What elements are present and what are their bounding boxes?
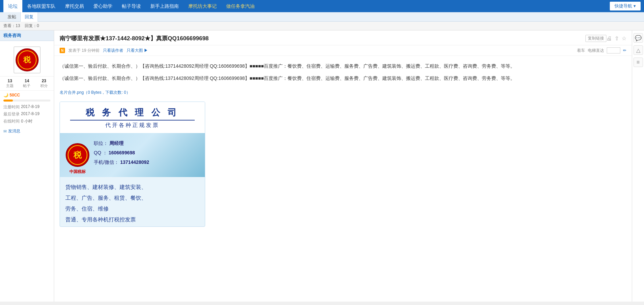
sub-navigation: 发帖 回复 (0, 12, 644, 22)
stats-bar: 查看：13 回复：0 (0, 22, 644, 30)
message-icon: ✉ (3, 129, 7, 134)
query-label: 查看： (3, 23, 16, 28)
post-meta-bar: N 发表于 19 分钟前 只看该作者 只看大图 ▶ 着车 电梯直达 ✏ (54, 45, 632, 56)
nav-item-charity[interactable]: 爱心助学 (89, 0, 117, 12)
post-title-bar: 南宁哪里有发票★137-1442-8092★】真票QQ1606699698 复制… (54, 30, 632, 45)
elevator-label: 电梯直达 (588, 48, 604, 53)
ad-underline (70, 120, 195, 121)
sub-tab-post[interactable]: 发帖 (3, 12, 21, 22)
stat-topics: 13 主题 (6, 79, 14, 88)
qq-row: QQ ： 1606699698 (94, 148, 149, 157)
comment-panel-btn[interactable]: 💬 (634, 33, 643, 43)
nav-item-trade[interactable]: 摩托交易 (60, 0, 89, 12)
ad-footer-line-1: 货物销售、建材装修、建筑安装、 (65, 182, 199, 193)
sidebar-title: 税务咨询 (0, 30, 54, 41)
reply-label: 回复： (25, 23, 37, 28)
ad-footer-line-2: 工程、广告、服务、租赁、餐饮、 (65, 193, 199, 203)
ad-company-title: 税 务 代 理 公 司 (63, 107, 201, 118)
user-avatar[interactable]: 税 (14, 46, 41, 73)
content-paragraph-1: （诚信第一、验后付款、长期合作、）【咨询热线:13714428092周经理 QQ… (60, 61, 626, 71)
level-label: 50CC (9, 93, 20, 97)
level-dot: 🌙 (3, 93, 8, 97)
edit-icon[interactable]: ✏ (623, 48, 626, 53)
content-area: 南宁哪里有发票★137-1442-8092★】真票QQ1606699698 复制… (54, 30, 632, 302)
send-message-button[interactable]: ✉ 发消息 (0, 126, 54, 136)
menu-panel-btn[interactable]: ≡ (634, 58, 643, 67)
phone-row: 手机/微信： 13714428092 (94, 157, 149, 167)
user-stats: 13 主题 14 帖子 23 积分 (0, 76, 54, 91)
sidebar: 税务咨询 税 13 主题 14 帖子 23 (0, 30, 54, 302)
svg-text:税: 税 (23, 56, 31, 64)
post-time: 发表于 19 分钟前 (68, 48, 100, 53)
main-layout: 税务咨询 税 13 主题 14 帖子 23 (0, 30, 644, 302)
post-meta-left: N 发表于 19 分钟前 只看该作者 只看大图 ▶ (60, 48, 148, 53)
user-info-rows: 注册时间 2017-8-19 最后登录 2017-8-19 在线时间 0 小时 (0, 102, 54, 126)
sub-tab-reply[interactable]: 回复 (21, 12, 38, 22)
reply-count: 0 (37, 23, 39, 28)
location-label: 着车 (577, 48, 585, 53)
copy-link-button[interactable]: 复制链接 (585, 35, 606, 42)
share-icon[interactable]: ⇧ (615, 35, 619, 42)
ad-card: 税 务 代 理 公 司 代开各种正规发票 税 中国税标 职位： (60, 102, 205, 227)
print-icon[interactable]: 🖨 (606, 36, 612, 42)
post-meta-right: 着车 电梯直达 ✏ (577, 47, 626, 53)
view-large-link[interactable]: 只看大图 ▶ (127, 48, 148, 53)
last-login-row: 最后登录 2017-8-19 (3, 111, 50, 118)
nav-item-teams[interactable]: 各地联盟车队 (22, 0, 60, 12)
view-author-link[interactable]: 只看该作者 (103, 48, 123, 53)
query-count: 13 (16, 23, 20, 28)
nav-item-tasks[interactable]: 做任务拿汽油 (221, 0, 259, 12)
svg-text:税: 税 (73, 150, 82, 159)
online-time-row: 在线时间 0 小时 (3, 118, 50, 125)
stat-points: 23 积分 (40, 79, 48, 88)
content-paragraph-2: （诚信第一、验后付款、长期合作、）【咨询热线:13714428092周经理 QQ… (60, 73, 626, 83)
user-avatar-box: 税 (0, 41, 54, 76)
post-title-actions: 🖨 ⇧ ☆ (606, 35, 626, 42)
post-title: 南宁哪里有发票★137-1442-8092★】真票QQ1606699698 (60, 35, 583, 42)
nav-item-events[interactable]: 摩托坊大事记 (184, 0, 221, 12)
quick-nav-button[interactable]: 快捷导航 ▾ (610, 2, 641, 10)
ad-logo-icon: 税 (65, 143, 90, 167)
position-row: 职位： 周经理 (94, 138, 149, 148)
attachment-link[interactable]: 名片合并.png（0 Bytes，下载次数: 0） (54, 88, 632, 98)
new-icon: N (60, 48, 65, 53)
ad-footer: 货物销售、建材装修、建筑安装、 工程、广告、服务、租赁、餐饮、 劳务、住宿、维修… (60, 177, 205, 226)
nav-item-forum[interactable]: 论坛 (3, 0, 22, 12)
bookmark-icon[interactable]: ☆ (622, 35, 626, 42)
right-panel: 💬 △ ≡ (632, 30, 644, 302)
ad-contact-info: 职位： 周经理 QQ ： 1606699698 手机/微信： 137144280… (94, 138, 149, 172)
ad-footer-line-3: 劳务、住宿、维修 (65, 203, 199, 214)
ad-card-header: 税 务 代 理 公 司 代开各种正规发票 (60, 102, 205, 133)
nav-item-guide[interactable]: 帖子导读 (117, 0, 146, 12)
stat-posts: 14 帖子 (23, 79, 30, 88)
ad-card-body: 税 中国税标 职位： 周经理 QQ ： 1606699698 手机/微信： (60, 133, 205, 177)
scroll-top-btn[interactable]: △ (634, 45, 643, 55)
ad-footer-line-4: 普通、专用各种机打税控发票 (65, 214, 199, 225)
elevator-input[interactable] (607, 47, 620, 53)
nav-item-newbie[interactable]: 新手上路指南 (146, 0, 184, 12)
top-navigation: 论坛 各地联盟车队 摩托交易 爱心助学 帖子导读 新手上路指南 摩托坊大事记 做… (0, 0, 644, 12)
ad-subtitle: 代开各种正规发票 (63, 122, 201, 132)
post-content: （诚信第一、验后付款、长期合作、）【咨询热线:13714428092周经理 QQ… (54, 56, 632, 88)
tax-logo-icon: 税 (15, 48, 39, 72)
ad-logo: 税 中国税标 (65, 143, 90, 167)
user-level: 🌙 50CC (0, 91, 54, 100)
reg-time-row: 注册时间 2017-8-19 (3, 104, 50, 111)
